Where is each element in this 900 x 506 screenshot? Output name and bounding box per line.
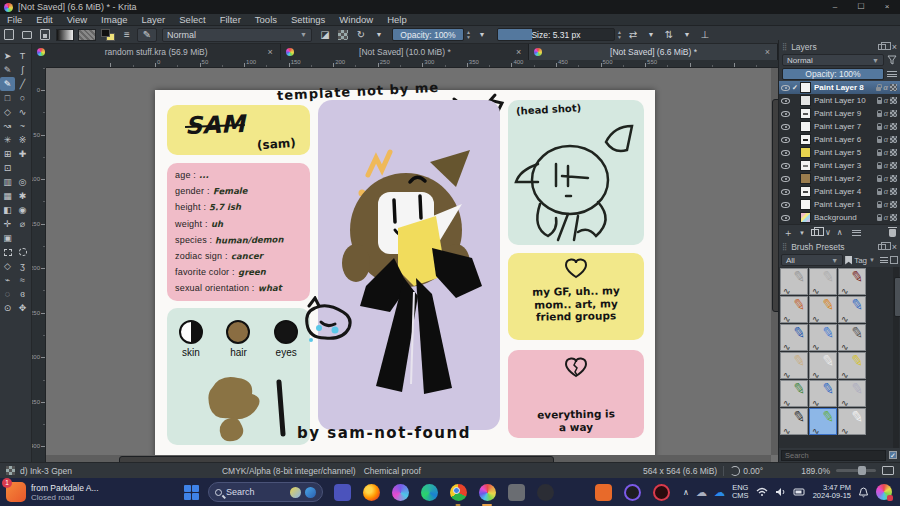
language-indicator[interactable]: ENGCMS: [732, 484, 749, 500]
menu-item-image[interactable]: Image: [94, 14, 134, 26]
menu-item-select[interactable]: Select: [172, 14, 212, 26]
smart-patch-tool[interactable]: ✱: [15, 189, 30, 203]
brush-preset[interactable]: ✎∿: [780, 380, 808, 407]
layer-opacity-slider[interactable]: Opacity: 100%: [782, 68, 884, 80]
brush-preset[interactable]: ✎∿: [809, 352, 837, 379]
ellipse-select-tool[interactable]: [15, 245, 30, 259]
brush-preset[interactable]: ✎∿: [838, 296, 866, 323]
opacity-slider[interactable]: Opacity: 100%: [392, 28, 464, 41]
layer-row[interactable]: Paint Layer 2α: [779, 172, 900, 185]
close-docker-icon[interactable]: ×: [892, 242, 897, 252]
brush-preset[interactable]: ✎∿: [838, 324, 866, 351]
alpha-inherit-icon[interactable]: α: [884, 109, 888, 118]
notifications-bell-icon[interactable]: [858, 487, 869, 498]
magnetic-select-tool[interactable]: ⌁: [0, 273, 15, 287]
chevron-down-icon[interactable]: ▼: [679, 28, 695, 42]
eraser-mode-button[interactable]: ◪: [317, 28, 333, 42]
crop-tool[interactable]: ⊡: [0, 161, 15, 175]
visibility-eye-icon[interactable]: [781, 98, 790, 104]
firefox-icon[interactable]: [361, 482, 381, 502]
zoom-slider[interactable]: [836, 469, 876, 472]
layer-blending-dropdown[interactable]: Normal ▼: [782, 54, 884, 66]
move-layer-down-button[interactable]: ∨: [825, 228, 831, 237]
layer-row[interactable]: Paint Layer 6α: [779, 133, 900, 146]
alpha-inherit-icon[interactable]: α: [884, 96, 888, 105]
visibility-eye-icon[interactable]: [781, 111, 790, 117]
brush-preset[interactable]: ✎∿: [809, 324, 837, 351]
tag-button[interactable]: Tag: [854, 256, 867, 265]
size-spinner[interactable]: ▲▼: [617, 30, 622, 40]
add-layer-button[interactable]: ＋: [783, 226, 793, 240]
roblox-icon[interactable]: [506, 482, 526, 502]
layer-row[interactable]: Paint Layer 3α: [779, 159, 900, 172]
tag-filter-dropdown[interactable]: All ▼: [781, 254, 843, 266]
brush-preset[interactable]: ✎∿: [780, 296, 808, 323]
visibility-eye-icon[interactable]: [781, 189, 790, 195]
brush-scrollbar[interactable]: [893, 267, 899, 448]
alpha-inherit-icon[interactable]: α: [884, 174, 888, 183]
tray-chevron-icon[interactable]: ∧: [683, 488, 689, 497]
brush-list-view-icon[interactable]: [880, 257, 888, 263]
layer-row[interactable]: Paint Layer 5α: [779, 146, 900, 159]
ellipse-tool[interactable]: ○: [15, 91, 30, 105]
visibility-eye-icon[interactable]: [781, 202, 790, 208]
alpha-inherit-icon[interactable]: α: [883, 83, 888, 92]
brush-preset[interactable]: ✎∿: [838, 352, 866, 379]
zoom-tool[interactable]: ⊙: [0, 301, 15, 315]
reload-brush-button[interactable]: ↻: [353, 28, 369, 42]
mirror-horizontal-button[interactable]: ⇄: [625, 28, 641, 42]
paint-app-icon[interactable]: [622, 482, 642, 502]
brush-option-icon[interactable]: ≡: [119, 28, 135, 42]
krita-tray-icon[interactable]: [876, 484, 892, 500]
pattern-chooser[interactable]: [78, 29, 96, 41]
copilot-icon[interactable]: [390, 482, 410, 502]
alpha-inherit-icon[interactable]: α: [884, 213, 888, 222]
lock-icon[interactable]: [877, 204, 882, 208]
alpha-inherit-icon[interactable]: α: [884, 122, 888, 131]
transform-tool[interactable]: ⊞: [0, 147, 15, 161]
minimize-button[interactable]: –: [822, 0, 848, 14]
start-button[interactable]: [184, 485, 199, 500]
brush-preset[interactable]: ✎∿: [780, 268, 808, 295]
delete-layer-button[interactable]: [889, 229, 896, 237]
brush-preset[interactable]: ✎∿: [838, 380, 866, 407]
float-docker-icon[interactable]: [878, 244, 886, 250]
layer-row[interactable]: Paint Layer 1α: [779, 198, 900, 211]
filter-icon[interactable]: [887, 55, 897, 65]
menu-item-filter[interactable]: Filter: [213, 14, 248, 26]
bezier-curve-tool[interactable]: ↝: [0, 119, 15, 133]
battery-icon[interactable]: [793, 487, 806, 497]
document-tab[interactable]: [Not Saved] (10.0 MiB) *×: [281, 44, 530, 60]
brush-size-slider[interactable]: Size: 5.31 px: [497, 28, 615, 41]
enclose-fill-tool[interactable]: ◉: [15, 203, 30, 217]
menu-item-view[interactable]: View: [60, 14, 94, 26]
canvas-area[interactable]: template not by me SAM (sam) age :...gen…: [46, 68, 778, 462]
pan-tool[interactable]: ✥: [15, 301, 30, 315]
lock-icon[interactable]: [876, 87, 881, 91]
move-layer-up-button[interactable]: ∧: [837, 228, 843, 237]
security-app-icon[interactable]: [651, 482, 671, 502]
contiguous-select-tool[interactable]: ◌: [0, 287, 15, 301]
dynamic-brush-tool[interactable]: ✳: [0, 133, 15, 147]
discord-icon[interactable]: [535, 482, 555, 502]
layer-row[interactable]: ✓Paint Layer 8α: [779, 81, 900, 94]
visibility-eye-icon[interactable]: [781, 215, 790, 221]
chevron-down-icon[interactable]: ▼: [371, 28, 387, 42]
add-layer-dropdown-icon[interactable]: ▼: [799, 230, 805, 236]
alpha-inherit-icon[interactable]: α: [884, 200, 888, 209]
volume-icon[interactable]: [775, 487, 786, 497]
move-tool[interactable]: ✚: [15, 147, 30, 161]
multibrush-tool[interactable]: ※: [15, 133, 30, 147]
brush-preset[interactable]: ✎∿: [838, 408, 866, 435]
lock-icon[interactable]: [877, 126, 882, 130]
freehand-select-tool[interactable]: ʒ: [15, 259, 30, 273]
lock-icon[interactable]: [877, 165, 882, 169]
document-page[interactable]: template not by me SAM (sam) age :...gen…: [155, 90, 655, 462]
lock-icon[interactable]: [877, 152, 882, 156]
close-docker-icon[interactable]: ×: [892, 42, 897, 52]
layer-checkbox[interactable]: ✓: [791, 84, 799, 92]
layer-row[interactable]: Paint Layer 9α: [779, 107, 900, 120]
brush-preset[interactable]: ✎∿: [780, 324, 808, 351]
gradient-tool[interactable]: ▥: [0, 175, 15, 189]
layer-row[interactable]: Paint Layer 7α: [779, 120, 900, 133]
